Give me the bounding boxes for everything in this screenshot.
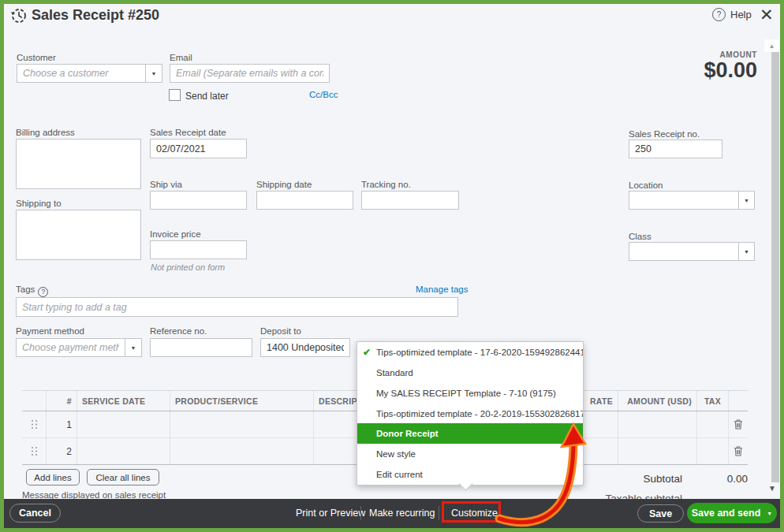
chevron-down-icon: ▼ (151, 71, 157, 76)
location-input[interactable] (629, 191, 739, 210)
tags-label: Tags? (16, 285, 48, 297)
scrollbar-down-arrow[interactable]: ▼ (768, 484, 776, 493)
chevron-down-icon: ▼ (744, 198, 749, 203)
template-menu-item-label: My SALES RECEIPT Template - 7-10 (9175) (376, 389, 556, 398)
tags-input[interactable] (16, 297, 458, 317)
handle-header (22, 391, 46, 411)
reference-no-input[interactable] (150, 338, 252, 357)
template-menu-item-label: Tips-optimized template - 17-6-2020-1594… (376, 348, 583, 357)
template-menu-item-label: Standard (376, 368, 413, 378)
template-menu-item[interactable]: Tips-optimized template - 20-2-2019-1553… (357, 404, 583, 424)
cancel-button[interactable]: Cancel (9, 504, 61, 523)
footer-divider (439, 506, 439, 520)
sales-receipt-date-label: Sales Receipt date (150, 128, 226, 137)
help-icon: ? (712, 8, 726, 21)
shipping-date-input[interactable] (256, 191, 353, 210)
row-drag-handle[interactable] (22, 411, 46, 437)
tags-help-icon[interactable]: ? (38, 287, 48, 297)
row-drag-handle[interactable] (22, 438, 46, 464)
invoice-price-note: Not printed on form (151, 262, 225, 272)
template-menu-item[interactable]: Donor Receipt (357, 423, 583, 444)
email-label: Email (170, 53, 192, 62)
template-menu-item[interactable]: My SALES RECEIPT Template - 7-10 (9175) (357, 383, 583, 404)
amount-value: $0.00 (639, 58, 757, 83)
clear-all-lines-button[interactable]: Clear all lines (87, 469, 159, 485)
subtotal-value: 0.00 (700, 473, 748, 485)
footer-bar: Cancel Print or Preview Make recurring C… (4, 499, 780, 528)
shipping-to-input[interactable] (16, 210, 141, 260)
help-button[interactable]: ? Help (712, 8, 752, 21)
email-input[interactable] (170, 64, 330, 83)
invoice-price-label: Invoice price (150, 229, 201, 239)
print-or-preview-button[interactable]: Print or Preview (296, 508, 365, 519)
customer-dropdown-button[interactable]: ▼ (145, 64, 162, 83)
template-menu-item-label: Donor Receipt (376, 429, 439, 438)
close-icon[interactable]: ✕ (760, 6, 774, 23)
class-dropdown-button[interactable]: ▼ (738, 242, 755, 261)
template-menu-item-label: Tips-optimized template - 20-2-2019-1553… (376, 409, 583, 419)
tax-cell[interactable] (696, 438, 728, 464)
billing-address-input[interactable] (16, 139, 141, 189)
reference-no-label: Reference no. (150, 326, 207, 336)
ship-via-input[interactable] (150, 191, 247, 210)
invoice-price-input[interactable] (150, 240, 247, 259)
scrollbar-thumb[interactable] (771, 52, 779, 482)
product-service-header: PRODUCT/SERVICE (170, 391, 313, 411)
row-number: 2 (46, 438, 77, 464)
drag-handle-icon (31, 446, 38, 456)
scrollbar-up-arrow[interactable]: ▲ (764, 39, 779, 52)
sales-receipt-date-input[interactable] (150, 139, 247, 158)
template-menu-item[interactable]: Standard (357, 363, 583, 383)
payment-method-label: Payment method (16, 326, 84, 336)
tax-cell[interactable] (696, 411, 728, 437)
sales-receipt-no-input[interactable] (629, 140, 722, 158)
template-menu: ✔Tips-optimized template - 17-6-2020-159… (357, 341, 584, 485)
payment-method-dropdown-button[interactable]: ▼ (125, 338, 142, 357)
num-header: # (46, 391, 77, 411)
cc-bcc-link[interactable]: Cc/Bcc (309, 90, 338, 99)
chevron-down-icon: ▼ (131, 345, 136, 351)
shipping-date-label: Shipping date (256, 180, 312, 189)
footer-divider (360, 506, 361, 520)
amount-cell[interactable] (618, 411, 696, 437)
class-input[interactable] (629, 242, 739, 261)
amount-cell[interactable] (618, 438, 696, 464)
row-delete-button[interactable] (728, 438, 748, 464)
tracking-no-input[interactable] (361, 191, 459, 210)
manage-tags-link[interactable]: Manage tags (416, 285, 469, 294)
service-date-cell[interactable] (77, 411, 170, 437)
customer-label: Customer (17, 53, 56, 62)
shipping-to-label: Shipping to (16, 199, 62, 208)
tax-header: TAX (696, 391, 728, 411)
template-menu-item-label: Edit current (376, 470, 423, 479)
page-title: Sales Receipt #250 (32, 7, 159, 24)
customize-highlight-annotation (442, 501, 501, 523)
ship-via-label: Ship via (150, 180, 182, 189)
payment-method-input[interactable] (16, 338, 125, 357)
product-service-cell[interactable] (170, 411, 313, 437)
service-date-cell[interactable] (77, 438, 170, 464)
subtotal-label: Subtotal (588, 473, 682, 485)
template-menu-item[interactable]: New style (357, 444, 583, 464)
location-dropdown-button[interactable]: ▼ (738, 191, 755, 210)
tracking-no-label: Tracking no. (361, 180, 411, 189)
deposit-to-label: Deposit to (260, 326, 301, 336)
send-later-checkbox[interactable] (169, 89, 181, 101)
add-lines-button[interactable]: Add lines (26, 469, 80, 485)
row-delete-button[interactable] (728, 411, 748, 437)
help-label: Help (730, 9, 752, 20)
trash-icon (734, 445, 743, 457)
template-menu-item[interactable]: ✔Tips-optimized template - 17-6-2020-159… (357, 342, 583, 363)
trash-icon (734, 419, 743, 430)
chevron-down-icon: ▼ (744, 249, 749, 255)
save-and-send-button[interactable]: Save and send ▼ (687, 503, 777, 523)
deposit-to-input[interactable] (260, 338, 350, 357)
checkmark-icon: ✔ (363, 347, 376, 358)
make-recurring-button[interactable]: Make recurring (369, 508, 435, 519)
save-button[interactable]: Save (637, 504, 684, 523)
trash-header (728, 391, 748, 411)
send-later-label: Send later (185, 91, 229, 102)
sales-receipt-no-label: Sales Receipt no. (629, 129, 700, 139)
product-service-cell[interactable] (170, 438, 313, 464)
customer-input[interactable] (17, 64, 146, 83)
